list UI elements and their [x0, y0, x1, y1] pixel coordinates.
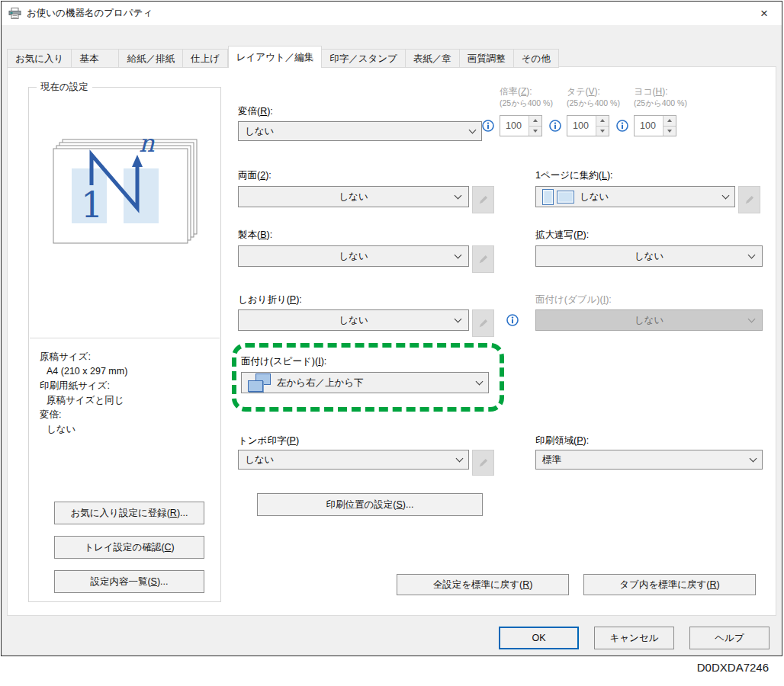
chevron-down-icon [476, 377, 484, 385]
info-icon [506, 314, 519, 326]
info-scale-value: しない [40, 422, 127, 437]
window-title: お使いの機器名のプロパティ [27, 7, 153, 20]
vertical-spinner[interactable]: 100 [567, 115, 609, 136]
settings-preview: 1 n [29, 115, 220, 252]
spin-up-icon[interactable] [596, 116, 609, 127]
combine-label: 1ページに集約(L): [535, 169, 613, 182]
print-position-button[interactable]: 印刷位置の設定(S)... [257, 493, 483, 516]
pencil-icon [478, 254, 489, 264]
preview-last-page-label: n [139, 129, 155, 158]
spin-up-icon[interactable] [529, 116, 541, 127]
close-icon[interactable]: × [747, 2, 782, 25]
preview-first-page-label: 1 [81, 184, 103, 226]
ok-button[interactable]: OK [499, 627, 579, 649]
tab-paper[interactable]: 給紙／排紙 [119, 49, 183, 68]
tab-favorites[interactable]: お気に入り [7, 49, 72, 68]
poster-label: 拡大連写(P): [535, 229, 589, 242]
fold-label: しおり折り(P): [238, 293, 302, 306]
chevron-down-icon [750, 454, 757, 462]
ratio-label: 倍率(Z): [500, 85, 532, 98]
imposition-preview-image: 1 n [43, 115, 207, 252]
spin-down-icon[interactable] [529, 127, 541, 136]
imposition-speed-label: 面付け(スピード)(I): [241, 355, 326, 368]
vertical-label: タテ(V): [567, 85, 600, 98]
info-icon [549, 120, 561, 132]
crop-marks-edit-button[interactable] [472, 450, 494, 476]
info-paper-size-label: 印刷用紙サイズ: [40, 379, 127, 393]
duplex-edit-button[interactable] [472, 186, 494, 213]
printer-properties-dialog: お使いの機器名のプロパティ × お気に入り 基本 給紙／排紙 仕上げ レイアウト… [1, 1, 782, 656]
tab-stamp[interactable]: 印字／スタンプ [322, 49, 406, 68]
poster-select[interactable]: しない [535, 245, 763, 267]
pencil-icon [478, 318, 489, 329]
booklet-edit-button[interactable] [472, 245, 494, 273]
title-bar: お使いの機器名のプロパティ × [2, 2, 782, 25]
imposition-sheets-icon [248, 373, 271, 392]
tab-finishing[interactable]: 仕上げ [183, 49, 228, 68]
vertical-range-label: (25から400 %) [567, 98, 620, 109]
tab-strip: お気に入り 基本 給紙／排紙 仕上げ レイアウト／編集 印字／スタンプ 表紙／章… [7, 46, 559, 68]
info-paper-size-value: 原稿サイズと同じ [40, 393, 127, 408]
horizontal-range-label: (25から400 %) [634, 98, 687, 109]
imposition-speed-select[interactable]: 左から右／上から下 [241, 372, 489, 393]
info-doc-size-label: 原稿サイズ: [40, 350, 127, 364]
crop-marks-label: トンボ印字(P) [238, 434, 299, 447]
tab-layout-edit[interactable]: レイアウト／編集 [228, 46, 322, 68]
help-button[interactable]: ヘルプ [689, 627, 770, 649]
reset-all-button[interactable]: 全設定を標準に戻す(R) [397, 574, 569, 595]
horizontal-label: ヨコ(H): [634, 85, 668, 98]
combine-select[interactable]: しない [535, 186, 735, 207]
chevron-down-icon [455, 251, 462, 258]
tab-quality[interactable]: 画質調整 [460, 49, 514, 68]
fold-select[interactable]: しない [238, 309, 469, 331]
print-area-label: 印刷領域(P): [535, 434, 589, 447]
info-scale-label: 変倍: [40, 408, 127, 422]
print-area-select[interactable]: 標準 [535, 450, 763, 470]
combine-edit-button[interactable] [738, 186, 760, 213]
spin-down-icon[interactable] [596, 127, 609, 136]
tab-cover[interactable]: 表紙／章 [406, 49, 460, 68]
pencil-icon [478, 457, 489, 468]
pencil-icon [478, 194, 489, 205]
spin-up-icon[interactable] [664, 116, 676, 127]
booklet-label: 製本(B): [238, 229, 272, 242]
printer-icon [8, 8, 21, 19]
reset-tab-button[interactable]: タブ内を標準に戻す(R) [583, 574, 756, 595]
scale-select[interactable]: しない [238, 121, 482, 141]
document-code: D0DXDA7246 [697, 661, 769, 674]
tab-other[interactable]: その他 [514, 49, 559, 68]
tab-basic[interactable]: 基本 [72, 49, 119, 68]
duplex-label: 両面(2): [238, 169, 272, 182]
settings-list-button[interactable]: 設定内容一覧(S)... [54, 570, 204, 593]
imposition-double-label: 面付け(ダブル)(I): [535, 293, 612, 306]
crop-marks-select[interactable]: しない [238, 450, 469, 470]
tray-settings-button[interactable]: トレイ設定の確認(C) [54, 536, 204, 559]
chevron-down-icon [748, 315, 756, 322]
info-doc-size-value: A4 (210 x 297 mm) [40, 364, 127, 379]
horizontal-spinner[interactable]: 100 [634, 115, 676, 136]
portrait-page-icon [542, 189, 554, 205]
chevron-down-icon [469, 126, 477, 133]
chevron-down-icon [456, 454, 464, 462]
imposition-double-select[interactable]: しない [535, 309, 763, 331]
current-settings-group: 現在の設定 1 n 原稿サイズ: A4 (210 x [28, 87, 221, 602]
chevron-down-icon [455, 191, 462, 199]
register-favorite-button[interactable]: お気に入り設定に登録(R)... [54, 502, 204, 524]
spin-down-icon[interactable] [664, 127, 676, 136]
info-icon [482, 120, 494, 132]
ratio-range-label: (25から400 %) [500, 98, 553, 109]
group-divider [30, 338, 220, 338]
duplex-select[interactable]: しない [238, 186, 469, 207]
layout-edit-tab-page: 現在の設定 1 n 原稿サイズ: A4 (210 x [7, 66, 776, 616]
fold-edit-button[interactable] [472, 309, 494, 337]
chevron-down-icon [722, 191, 730, 199]
scale-label: 変倍(R): [238, 105, 273, 118]
pencil-icon [744, 194, 755, 205]
chevron-down-icon [748, 251, 756, 258]
chevron-down-icon [455, 315, 462, 322]
ratio-spinner[interactable]: 100 [500, 115, 542, 136]
group-title: 現在の設定 [37, 81, 92, 94]
landscape-page-icon [557, 191, 574, 204]
booklet-select[interactable]: しない [238, 245, 469, 267]
cancel-button[interactable]: キャンセル [594, 627, 674, 649]
